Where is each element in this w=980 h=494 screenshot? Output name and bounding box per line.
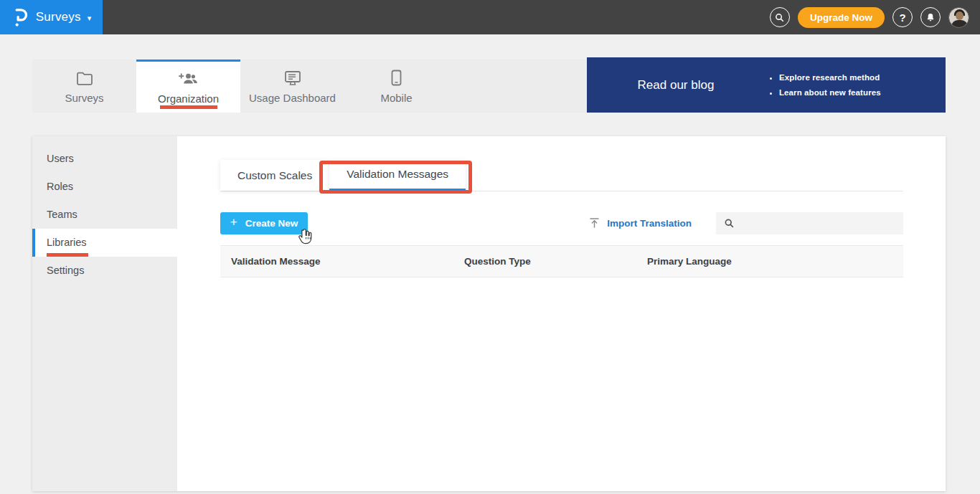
nav-tab-usage-dashboard[interactable]: Usage Dashboard: [240, 60, 344, 113]
question-mark-icon: ?: [899, 11, 905, 24]
plus-icon: +: [230, 215, 237, 229]
toolbar-right: Import Translation: [588, 212, 903, 234]
table-search[interactable]: [716, 212, 903, 234]
global-search-button[interactable]: [770, 7, 790, 27]
mobile-icon: [391, 69, 402, 86]
notifications-button[interactable]: [920, 7, 941, 27]
column-primary-language: Primary Language: [647, 256, 903, 267]
search-icon: [774, 12, 785, 23]
tab-custom-scales[interactable]: Custom Scales: [220, 160, 329, 191]
annotation-underline-libraries: [47, 253, 88, 257]
nav-tab-label: Usage Dashboard: [249, 92, 336, 104]
import-translation-label: Import Translation: [607, 218, 692, 229]
promo-bullet-list: Explore research method Learn about new …: [765, 70, 881, 100]
sidebar-item-roles[interactable]: Roles: [32, 173, 177, 201]
column-question-type: Question Type: [464, 256, 647, 267]
tab-validation-messages[interactable]: Validation Messages: [329, 160, 466, 191]
promo-title: Read our blog: [587, 78, 765, 92]
main-card: Users Roles Teams Libraries Settings Cus…: [32, 136, 946, 491]
sidebar-item-label: Settings: [47, 265, 84, 276]
sidebar-item-settings[interactable]: Settings: [32, 257, 177, 285]
validation-table-header: Validation Message Question Type Primary…: [220, 245, 903, 277]
nav-tab-label: Mobile: [380, 92, 412, 104]
sidebar-item-libraries[interactable]: Libraries: [32, 229, 177, 257]
column-validation-message: Validation Message: [220, 256, 464, 267]
settings-sidebar: Users Roles Teams Libraries Settings: [32, 136, 177, 491]
libraries-content: Custom Scales Validation Messages + Crea…: [177, 136, 946, 491]
chevron-down-icon: ▾: [88, 14, 92, 23]
bell-icon: [925, 12, 936, 23]
sidebar-item-users[interactable]: Users: [32, 145, 177, 173]
sidebar-item-label: Roles: [47, 181, 73, 192]
nav-tab-label: Surveys: [65, 92, 103, 104]
library-tabs: Custom Scales Validation Messages: [220, 160, 903, 191]
sidebar-item-label: Libraries: [47, 237, 87, 248]
primary-nav: Surveys Organization Usage Dashboard: [32, 60, 587, 113]
product-switcher[interactable]: Surveys ▾: [0, 0, 103, 34]
promo-bullet: Learn about new features: [779, 85, 881, 100]
tab-label: Validation Messages: [347, 168, 448, 181]
create-new-button[interactable]: + Create New: [220, 212, 308, 234]
toolbar: + Create New Import Translation: [220, 212, 903, 234]
add-people-icon: [179, 70, 199, 87]
nav-tab-mobile[interactable]: Mobile: [344, 60, 448, 113]
annotation-underline-organization: [160, 105, 217, 109]
sidebar-item-teams[interactable]: Teams: [32, 201, 177, 229]
nav-tab-surveys[interactable]: Surveys: [32, 60, 136, 113]
promo-bullet: Explore research method: [779, 70, 881, 85]
nav-tab-organization[interactable]: Organization: [136, 60, 240, 113]
tab-label: Custom Scales: [237, 169, 312, 182]
create-new-label: Create New: [245, 218, 298, 229]
avatar-face: [956, 11, 963, 20]
folder-icon: [76, 69, 93, 86]
dashboard-icon: [284, 69, 301, 86]
magnifier-icon: [724, 218, 735, 229]
upload-icon: [588, 217, 600, 229]
help-button[interactable]: ?: [892, 7, 913, 27]
upgrade-now-button[interactable]: Upgrade Now: [798, 7, 885, 28]
import-translation-link[interactable]: Import Translation: [588, 217, 692, 229]
avatar-shoulders: [951, 20, 968, 28]
topbar: Surveys ▾ Upgrade Now ?: [0, 0, 980, 34]
sidebar-item-label: Teams: [47, 209, 77, 220]
blog-promo-banner[interactable]: Read our blog Explore research method Le…: [587, 57, 946, 113]
product-name: Surveys: [36, 10, 81, 24]
nav-tab-label: Organization: [158, 92, 219, 105]
search-input[interactable]: [740, 212, 903, 234]
sidebar-item-label: Users: [47, 153, 74, 164]
topbar-actions: Upgrade Now ?: [770, 7, 980, 28]
user-avatar[interactable]: [948, 7, 969, 28]
questionpro-logo-icon: [11, 6, 29, 28]
